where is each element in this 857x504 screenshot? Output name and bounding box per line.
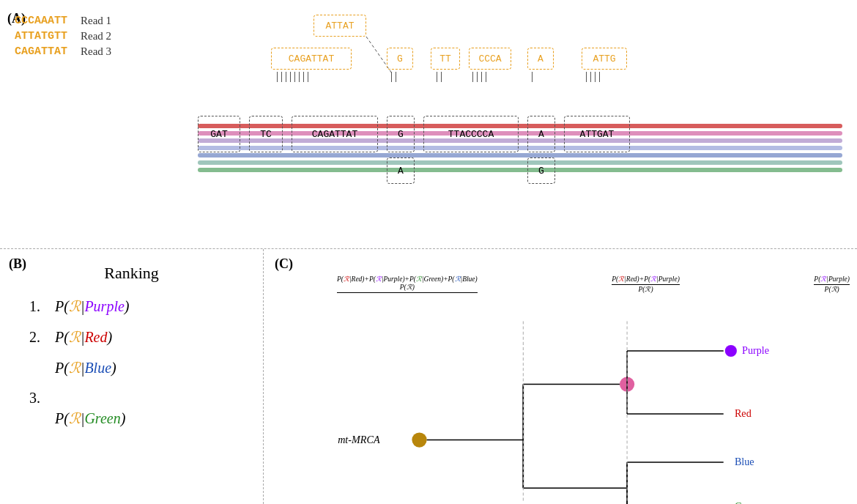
rank-blue-item: P(ℛ|Blue): [55, 359, 263, 377]
box-ttacccca: TTACCCCA: [423, 116, 519, 152]
ticks-cagattat: [277, 72, 308, 82]
box-g-bottom-label: G: [538, 166, 544, 177]
box-cagattat-top-label: CAGATTAT: [289, 53, 334, 64]
rank-blue-formula: P(ℛ|Blue): [55, 359, 116, 377]
read-3-seq: CAGATTAT: [15, 45, 81, 58]
tick: [281, 72, 282, 82]
box-a-bottom-label: A: [398, 166, 404, 177]
rank-1-formula: P(ℛ|Purple): [55, 297, 130, 315]
tick: [396, 72, 396, 82]
rank-3-formula: P(ℛ|Green): [55, 410, 263, 427]
tick: [290, 72, 291, 82]
label-red: Red: [735, 407, 752, 419]
dna-area: GAT TC CAGATTAT G A TTACCCCA A G: [198, 7, 842, 234]
tick: [477, 72, 478, 82]
rank-2-item: 2. P(ℛ|Red): [29, 328, 263, 346]
box-g-top: G: [387, 48, 413, 70]
read-2-seq: ATTATGTT: [15, 30, 81, 42]
tick: [532, 72, 533, 82]
tick: [303, 72, 304, 82]
box-tt-top-label: TT: [439, 53, 451, 64]
rank-3-block: 3. P(ℛ|Green): [29, 390, 263, 427]
panel-b-label: (B): [9, 256, 26, 272]
node-purple: [725, 345, 737, 357]
panel-b: (B) Ranking 1. P(ℛ|Purple) 2. P(ℛ|Red) P…: [0, 249, 264, 504]
box-g-top-label: G: [397, 53, 403, 64]
read-1-label: Read 1: [81, 15, 111, 27]
ticks-tt: [437, 72, 442, 82]
box-cagattat-ref: CAGATTAT: [292, 116, 378, 152]
box-a-top: A: [527, 48, 554, 70]
tick: [299, 72, 300, 82]
box-attat: ATTAT: [314, 15, 366, 37]
panel-a: (A) CCCAAATT Read 1 ATTATGTT Read 2 CAGA…: [0, 0, 857, 249]
box-tc: TC: [249, 116, 283, 152]
tick: [294, 72, 295, 82]
read-1-line: CCCAAATT Read 1: [15, 15, 111, 27]
read-1-seq: CCCAAATT: [15, 15, 81, 27]
read-3-label: Read 3: [81, 45, 111, 58]
formula-1: P(ℛ|Red)+P(ℛ|Purple)+P(ℛ|Green)+P(ℛ|Blue…: [337, 275, 478, 293]
tick: [472, 72, 473, 82]
box-ttacccca-label: TTACCCCA: [448, 129, 494, 140]
panel-c: (C) P(ℛ|Red)+P(ℛ|Purple)+P(ℛ|Green)+P(ℛ|…: [264, 249, 857, 504]
ticks-g: [391, 72, 396, 82]
ranking-title: Ranking: [0, 264, 263, 283]
tick: [586, 72, 587, 82]
tick: [441, 72, 442, 82]
tick: [599, 72, 600, 82]
box-g-bottom: G: [527, 158, 555, 184]
tick: [481, 72, 482, 82]
tree-svg: mt-MRCA Purple Red Blue Green: [271, 300, 857, 504]
tick: [437, 72, 437, 82]
box-ccca-top-label: CCCA: [478, 53, 501, 64]
formula-row: P(ℛ|Red)+P(ℛ|Purple)+P(ℛ|Green)+P(ℛ|Blue…: [337, 275, 850, 293]
tick: [590, 72, 591, 82]
label-green: Green: [735, 500, 760, 504]
box-attg-top: ATTG: [582, 48, 627, 70]
box-tc-label: TC: [260, 129, 272, 140]
formula-3: P(ℛ|Purple) P(ℛ): [814, 275, 850, 293]
reads-legend: CCCAAATT Read 1 ATTATGTT Read 2 CAGATTAT…: [15, 15, 111, 61]
rank-2-formula: P(ℛ|Red): [55, 328, 112, 346]
box-attgat-label: ATTGAT: [580, 129, 615, 140]
ticks-ccca: [472, 72, 486, 82]
box-a-ref: A: [527, 116, 555, 152]
rank-1-num: 1.: [29, 298, 55, 315]
node-mtmrca: [412, 432, 426, 447]
box-ccca-top: CCCA: [469, 48, 511, 70]
tick: [391, 72, 392, 82]
box-attat-label: ATTAT: [325, 21, 354, 32]
box-attg-top-label: ATTG: [593, 53, 615, 64]
tick: [277, 72, 278, 82]
formula-2: P(ℛ|Red)+P(ℛ|Purple) P(ℛ): [612, 275, 680, 293]
box-tt-top: TT: [431, 48, 460, 70]
tick: [595, 72, 596, 82]
box-a-top-label: A: [538, 53, 543, 64]
rank-1-item: 1. P(ℛ|Purple): [29, 297, 263, 315]
box-cagattat-top: CAGATTAT: [271, 48, 352, 70]
box-a-ref-label: A: [538, 129, 544, 140]
box-a-bottom: A: [387, 158, 415, 184]
read-3-line: CAGATTAT Read 3: [15, 45, 111, 58]
label-mtmrca: mt-MRCA: [338, 434, 380, 445]
box-gat: GAT: [198, 116, 240, 152]
tick: [308, 72, 308, 82]
ticks-a: [532, 72, 533, 82]
strand-green: [198, 168, 842, 172]
box-g-ref: G: [387, 116, 415, 152]
read-2-line: ATTATGTT Read 2: [15, 30, 111, 42]
strand-blue: [198, 153, 842, 158]
box-g-ref-label: G: [398, 129, 404, 140]
connector-svg: [198, 7, 637, 125]
rank-2-num: 2.: [29, 329, 55, 346]
box-attgat: ATTGAT: [564, 116, 630, 152]
tick: [286, 72, 286, 82]
label-blue: Blue: [735, 456, 754, 467]
panel-c-label: (C): [275, 256, 293, 272]
label-purple: Purple: [742, 344, 769, 356]
ticks-attg: [586, 72, 600, 82]
box-gat-label: GAT: [210, 129, 227, 140]
rank-3-num: 3.: [29, 390, 263, 407]
read-2-label: Read 2: [81, 30, 111, 42]
